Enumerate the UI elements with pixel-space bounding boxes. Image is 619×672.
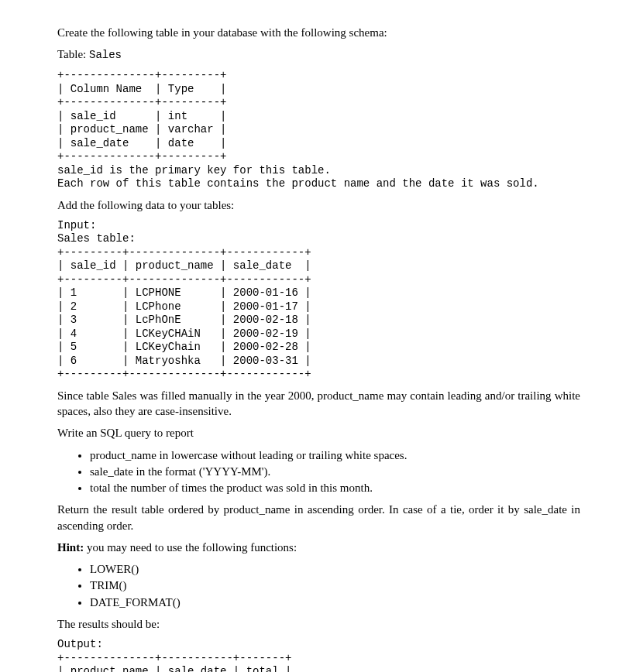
return-paragraph: Return the result table ordered by produ… [57, 502, 580, 533]
table-label: Table: Sales [57, 46, 580, 63]
table-label-prefix: Table: [57, 48, 89, 60]
write-query-instruction: Write an SQL query to report [57, 425, 580, 441]
output-ascii-table: Output: +--------------+-----------+----… [57, 638, 580, 672]
list-item: product_name in lowercase without leadin… [90, 447, 580, 463]
add-data-instruction: Add the following data to your tables: [57, 197, 580, 213]
hint-paragraph: Hint: you may need to use the following … [57, 540, 580, 555]
input-ascii-table: Input: Sales table: +---------+---------… [57, 219, 580, 382]
results-label: The results should be: [57, 616, 580, 632]
schema-ascii-table: +--------------+---------+ | Column Name… [57, 69, 580, 191]
table-name: Sales [89, 49, 122, 61]
list-item: total the number of times the product wa… [90, 480, 580, 495]
list-item: sale_date in the format ('YYYY-MM'). [90, 464, 580, 479]
functions-list: LOWER() TRIM() DATE_FORMAT() [57, 561, 580, 610]
hint-rest: you may need to use the following functi… [84, 541, 297, 554]
list-item: TRIM() [90, 578, 580, 593]
requirements-list: product_name in lowercase without leadin… [57, 447, 580, 496]
since-paragraph: Since table Sales was filled manually in… [57, 388, 580, 420]
hint-label: Hint: [57, 541, 84, 554]
intro-create-table: Create the following table in your datab… [57, 25, 580, 40]
list-item: LOWER() [90, 561, 580, 577]
list-item: DATE_FORMAT() [90, 595, 580, 610]
